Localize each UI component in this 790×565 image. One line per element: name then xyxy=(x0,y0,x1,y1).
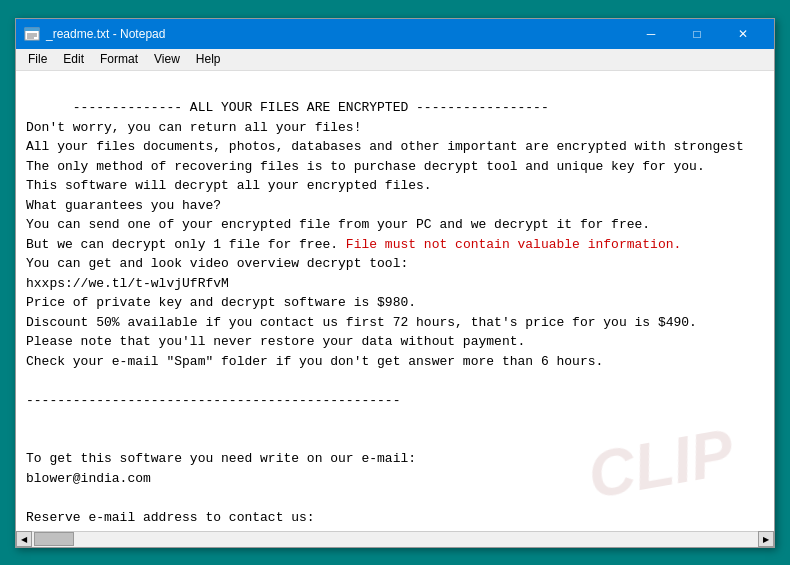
close-button[interactable]: ✕ xyxy=(720,19,766,49)
scrollbar-track xyxy=(74,532,758,546)
body-text-2: You can get and look video overview decr… xyxy=(26,256,697,531)
body-text: Don't worry, you can return all your fil… xyxy=(26,120,744,252)
horizontal-scrollbar[interactable]: ◀ ▶ xyxy=(16,531,774,547)
scroll-left-button[interactable]: ◀ xyxy=(16,531,32,547)
menu-file[interactable]: File xyxy=(20,50,55,68)
menu-edit[interactable]: Edit xyxy=(55,50,92,68)
scrollbar-thumb[interactable] xyxy=(34,532,74,546)
title-bar: _readme.txt - Notepad ─ □ ✕ xyxy=(16,19,774,49)
window-icon xyxy=(24,26,40,42)
window-controls: ─ □ ✕ xyxy=(628,19,766,49)
window-title: _readme.txt - Notepad xyxy=(46,27,628,41)
minimize-button[interactable]: ─ xyxy=(628,19,674,49)
menu-help[interactable]: Help xyxy=(188,50,229,68)
menu-format[interactable]: Format xyxy=(92,50,146,68)
maximize-button[interactable]: □ xyxy=(674,19,720,49)
svg-rect-1 xyxy=(25,28,39,31)
notepad-window: _readme.txt - Notepad ─ □ ✕ File Edit Fo… xyxy=(15,18,775,548)
menu-view[interactable]: View xyxy=(146,50,188,68)
scroll-right-button[interactable]: ▶ xyxy=(758,531,774,547)
red-text-1: File must not contain valuable informati… xyxy=(346,237,681,252)
editor-area: -------------- ALL YOUR FILES ARE ENCRYP… xyxy=(16,71,774,531)
menu-bar: File Edit Format View Help xyxy=(16,49,774,71)
line1: -------------- ALL YOUR FILES ARE ENCRYP… xyxy=(73,100,549,115)
text-editor[interactable]: -------------- ALL YOUR FILES ARE ENCRYP… xyxy=(16,71,774,531)
